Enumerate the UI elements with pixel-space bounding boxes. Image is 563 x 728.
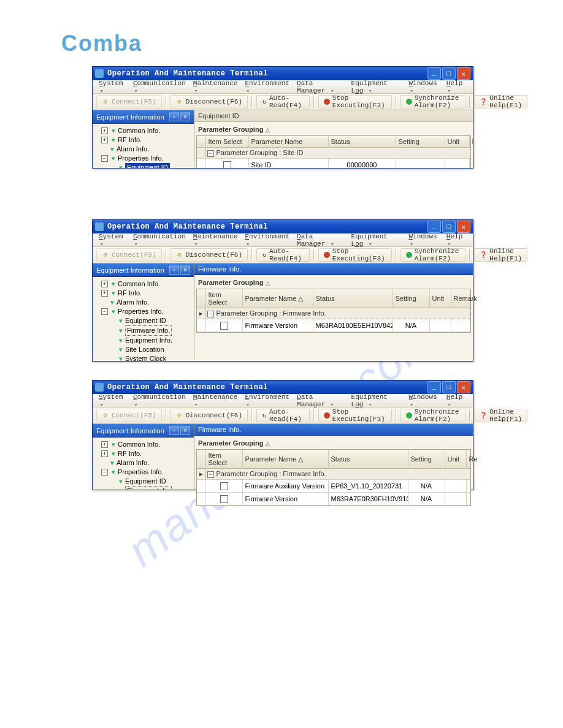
menu-maintenance[interactable]: Maintenance ▾ bbox=[191, 392, 240, 409]
menu-environment[interactable]: Environment ▾ bbox=[242, 232, 292, 249]
connect-button[interactable]: ⚙Connect(F5) bbox=[96, 95, 162, 108]
disconnect-button[interactable]: ⚙Disconnect(F6) bbox=[170, 248, 248, 262]
menu-maintenance[interactable]: Maintenance ▾ bbox=[191, 232, 240, 249]
menu-windows[interactable]: Windows ▾ bbox=[406, 78, 441, 96]
close-button[interactable]: ✕ bbox=[457, 221, 470, 233]
maximize-button[interactable]: □ bbox=[442, 221, 456, 233]
side-pin-button[interactable]: ▫ bbox=[169, 112, 179, 121]
sync-alarm-button[interactable]: Synchronize Alarm(F2) bbox=[400, 95, 466, 108]
stop-executing-button[interactable]: Stop Executing(F3) bbox=[318, 409, 392, 422]
menu-communication[interactable]: Communication ▾ bbox=[131, 392, 188, 409]
menu-data-manager[interactable]: Data Manager ▾ bbox=[294, 232, 346, 249]
checkbox[interactable] bbox=[220, 495, 228, 503]
col-status[interactable]: Status bbox=[313, 289, 393, 308]
stop-executing-button[interactable]: Stop Executing(F3) bbox=[318, 248, 392, 262]
col-setting[interactable]: Setting bbox=[396, 136, 445, 148]
close-button[interactable]: ✕ bbox=[457, 67, 470, 80]
auto-read-button[interactable]: ↻Auto-Read(F4) bbox=[256, 409, 310, 422]
side-pin-button[interactable]: ▫ bbox=[169, 426, 179, 435]
sync-alarm-button[interactable]: Synchronize Alarm(F2) bbox=[400, 409, 466, 422]
col-parameter-name[interactable]: Parameter Name bbox=[248, 136, 328, 148]
checkbox[interactable] bbox=[223, 161, 231, 168]
checkbox[interactable] bbox=[220, 322, 228, 330]
disconnect-button[interactable]: ⚙Disconnect(F6) bbox=[170, 409, 248, 422]
maximize-button[interactable]: □ bbox=[442, 381, 456, 393]
col-status[interactable]: Status bbox=[328, 450, 408, 469]
table-row[interactable]: Firmware Version M63RA0100E5EH10V8423 N/… bbox=[197, 319, 470, 332]
tree-equipment-info[interactable]: ▾Equipment Info. bbox=[109, 336, 193, 345]
maximize-button[interactable]: □ bbox=[442, 67, 456, 80]
col-parameter-name[interactable]: Parameter Name △ bbox=[242, 450, 328, 469]
col-setting[interactable]: Setting bbox=[393, 289, 429, 308]
table-row[interactable]: Firmware Auxiliary Version EP63_V1.10_20… bbox=[197, 480, 470, 493]
menu-windows[interactable]: Windows ▾ bbox=[406, 232, 441, 249]
disconnect-button[interactable]: ⚙Disconnect(F6) bbox=[170, 95, 248, 108]
auto-read-button[interactable]: ↻Auto-Read(F4) bbox=[256, 248, 310, 262]
menu-environment[interactable]: Environment ▾ bbox=[242, 392, 292, 409]
group-row[interactable]: −Parameter Grouping : Site ID bbox=[197, 148, 470, 159]
menu-equipment-log[interactable]: Equipment Log ▾ bbox=[349, 78, 404, 96]
close-button[interactable]: ✕ bbox=[457, 381, 470, 393]
col-remark[interactable]: Re bbox=[466, 450, 470, 469]
sync-alarm-button[interactable]: Synchronize Alarm(F2) bbox=[400, 248, 466, 262]
col-remark[interactable]: Remark bbox=[469, 136, 470, 148]
menu-maintenance[interactable]: Maintenance ▾ bbox=[191, 78, 240, 96]
group-row[interactable]: ▸ −Parameter Grouping : Firmware Info. bbox=[197, 308, 470, 319]
menu-data-manager[interactable]: Data Manager ▾ bbox=[294, 78, 346, 96]
tree-equipment-id[interactable]: ▾Equipment ID bbox=[109, 163, 193, 168]
online-help-button[interactable]: ❓Online Help(F1) bbox=[474, 409, 527, 422]
col-unit[interactable]: Unit bbox=[445, 136, 469, 148]
side-pin-button[interactable]: ▫ bbox=[169, 265, 179, 275]
tree[interactable]: +▾Common Info. +▾RF Info. ▾Alarm Info. −… bbox=[93, 438, 194, 490]
col-unit[interactable]: Unit bbox=[445, 450, 466, 469]
table-row[interactable]: Site ID 00000000 bbox=[197, 159, 470, 169]
menu-system[interactable]: System ▾ bbox=[96, 232, 128, 249]
col-item-select[interactable]: Item Select bbox=[205, 450, 242, 469]
tree[interactable]: +▾Common Info. +▾RF Info. ▾Alarm Info. −… bbox=[93, 277, 194, 361]
col-remark[interactable]: Remark bbox=[451, 289, 470, 308]
minimize-button[interactable]: _ bbox=[427, 221, 441, 233]
menubar[interactable]: System ▾ Communication ▾ Maintenance ▾ E… bbox=[93, 394, 473, 408]
parameter-grid[interactable]: Item Select Parameter Name Status Settin… bbox=[196, 135, 471, 168]
tree-equipment-id[interactable]: ▾Equipment ID bbox=[109, 477, 193, 486]
parameter-grid[interactable]: Item Select Parameter Name △ Status Sett… bbox=[196, 449, 471, 506]
menu-data-manager[interactable]: Data Manager ▾ bbox=[294, 392, 346, 409]
menu-windows[interactable]: Windows ▾ bbox=[406, 392, 441, 409]
menubar[interactable]: System ▾ Communication ▾ Maintenance ▾ E… bbox=[93, 233, 473, 247]
side-close-button[interactable]: × bbox=[180, 426, 190, 435]
tree-site-location[interactable]: ▾Site Location bbox=[109, 345, 193, 354]
minimize-button[interactable]: _ bbox=[427, 67, 441, 80]
checkbox[interactable] bbox=[220, 482, 228, 490]
menu-help[interactable]: Help ▾ bbox=[444, 392, 469, 409]
parameter-grid[interactable]: Item Select Parameter Name △ Status Sett… bbox=[196, 289, 471, 333]
menu-help[interactable]: Help ▾ bbox=[444, 78, 469, 96]
tree-system-clock[interactable]: ▾System Clock bbox=[109, 354, 193, 361]
connect-button[interactable]: ⚙Connect(F5) bbox=[96, 248, 162, 262]
group-row[interactable]: ▸ −Parameter Grouping : Firmware Info. bbox=[197, 469, 470, 480]
menu-environment[interactable]: Environment ▾ bbox=[242, 78, 292, 96]
minimize-button[interactable]: _ bbox=[427, 381, 441, 393]
table-row[interactable]: Firmware Version M63RA7E0R30FH10V9101 N/… bbox=[197, 493, 470, 506]
menu-system[interactable]: System ▾ bbox=[96, 392, 128, 409]
col-setting[interactable]: Setting bbox=[408, 450, 445, 469]
side-close-button[interactable]: × bbox=[180, 112, 190, 121]
side-close-button[interactable]: × bbox=[180, 265, 190, 275]
menu-communication[interactable]: Communication ▾ bbox=[131, 232, 188, 249]
col-item-select[interactable]: Item Select bbox=[205, 289, 242, 308]
menubar[interactable]: System ▾ Communication ▾ Maintenance ▾ E… bbox=[93, 80, 473, 94]
menu-communication[interactable]: Communication ▾ bbox=[131, 78, 188, 96]
online-help-button[interactable]: ❓Online Help(F1) bbox=[474, 95, 527, 108]
stop-executing-button[interactable]: Stop Executing(F3) bbox=[318, 95, 392, 108]
tree-firmware-info[interactable]: ▾Firmware Info. bbox=[109, 486, 193, 490]
col-unit[interactable]: Unit bbox=[429, 289, 451, 308]
online-help-button[interactable]: ❓Online Help(F1) bbox=[474, 248, 527, 262]
tree-firmware-info[interactable]: ▾Firmware Info. bbox=[109, 325, 193, 336]
col-status[interactable]: Status bbox=[328, 136, 396, 148]
col-parameter-name[interactable]: Parameter Name △ bbox=[242, 289, 313, 308]
tree-equipment-id[interactable]: ▾Equipment ID bbox=[109, 316, 193, 325]
menu-equipment-log[interactable]: Equipment Log ▾ bbox=[349, 392, 404, 409]
menu-help[interactable]: Help ▾ bbox=[444, 232, 469, 249]
menu-equipment-log[interactable]: Equipment Log ▾ bbox=[349, 232, 404, 249]
menu-system[interactable]: System ▾ bbox=[96, 78, 128, 96]
connect-button[interactable]: ⚙Connect(F5) bbox=[96, 409, 162, 422]
